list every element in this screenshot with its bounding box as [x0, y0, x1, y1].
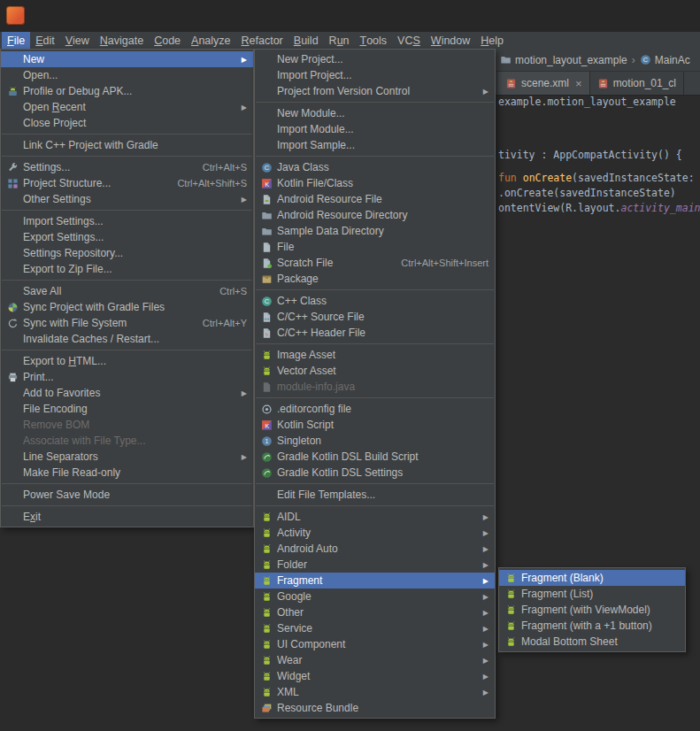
menubar-item-view[interactable]: View: [60, 32, 95, 49]
menu-item-file[interactable]: File: [255, 239, 495, 255]
menu-item-xml[interactable]: XML▶: [255, 684, 495, 700]
menu-item-new[interactable]: New▶: [1, 51, 253, 67]
code-line-2[interactable]: tivity : AppCompatActivity() {: [498, 149, 682, 161]
menu-item-fragment-blank[interactable]: Fragment (Blank): [499, 570, 685, 586]
menubar-item-build[interactable]: Build: [288, 32, 324, 49]
menu-item-file-encoding[interactable]: File Encoding: [1, 401, 253, 417]
menu-item-android-resource-directory[interactable]: Android Resource Directory: [255, 207, 495, 223]
menu-item-wear[interactable]: Wear▶: [255, 652, 495, 668]
menu-item-open[interactable]: Open...: [1, 67, 253, 83]
menu-item-export-settings[interactable]: Export Settings...: [1, 229, 253, 245]
menu-item-import-settings[interactable]: Import Settings...: [1, 213, 253, 229]
code-line-3[interactable]: fun onCreate(savedInstanceState:: [498, 172, 695, 184]
menu-item-power-save-mode[interactable]: Power Save Mode: [1, 487, 253, 503]
menubar-item-refactor[interactable]: Refactor: [236, 32, 288, 49]
menu-item-exit[interactable]: Exit: [1, 509, 253, 525]
menu-item-label: module-info.java: [277, 381, 488, 393]
menu-item-settings-repository[interactable]: Settings Repository...: [1, 245, 253, 261]
menu-item-c-c-source-file[interactable]: ++C/C++ Source File: [255, 309, 495, 325]
menu-item-import-sample[interactable]: Import Sample...: [255, 137, 495, 153]
tab-motion-01-cl[interactable]: motion_01_cl: [590, 72, 684, 95]
menubar-item-help[interactable]: Help: [475, 32, 509, 49]
menu-item-c-c-header-file[interactable]: hC/C++ Header File: [255, 325, 495, 341]
menu-item-service[interactable]: Service▶: [255, 620, 495, 636]
menu-item-editorconfig-file[interactable]: .editorconfig file: [255, 401, 495, 417]
menu-item-fragment[interactable]: Fragment▶: [255, 573, 495, 589]
menu-item-other-settings[interactable]: Other Settings▶: [1, 191, 253, 207]
menu-item-scratch-file[interactable]: Scratch FileCtrl+Alt+Shift+Insert: [255, 255, 495, 271]
menubar-item-window[interactable]: Window: [426, 32, 475, 49]
menu-item-line-separators[interactable]: Line Separators▶: [1, 449, 253, 465]
menu-item-make-file-read-only[interactable]: Make File Read-only: [1, 465, 253, 481]
code-line-4[interactable]: .onCreate(savedInstanceState): [498, 187, 676, 199]
menu-item-folder[interactable]: Folder▶: [255, 557, 495, 573]
breadcrumb-item-mainac[interactable]: CMainAc: [640, 54, 690, 66]
tab-scene-xml[interactable]: scene.xml×: [498, 72, 590, 95]
menu-item-settings[interactable]: Settings...Ctrl+Alt+S: [1, 159, 253, 175]
breadcrumb-item-motion-layout-example[interactable]: motion_layout_example: [500, 54, 627, 66]
menu-item-new-project[interactable]: New Project...: [255, 51, 495, 67]
menu-item-widget[interactable]: Widget▶: [255, 668, 495, 684]
menu-item-project-structure[interactable]: Project Structure...Ctrl+Alt+Shift+S: [1, 175, 253, 191]
menubar-item-code[interactable]: Code: [149, 32, 186, 49]
menu-item-sample-data-directory[interactable]: Sample Data Directory: [255, 223, 495, 239]
menu-item-activity[interactable]: Activity▶: [255, 525, 495, 541]
menu-item-save-all[interactable]: Save AllCtrl+S: [1, 283, 253, 299]
code-line-1[interactable]: example.motion_layout_example: [498, 96, 676, 108]
menu-item-edit-file-templates[interactable]: Edit File Templates...: [255, 487, 495, 503]
menu-item-import-module[interactable]: Import Module...: [255, 121, 495, 137]
menubar-item-analyze[interactable]: Analyze: [186, 32, 235, 49]
menu-item-link-c-project-with-gradle[interactable]: Link C++ Project with Gradle: [1, 137, 253, 153]
menu-item-other[interactable]: Other▶: [255, 604, 495, 620]
menubar-item-edit[interactable]: Edit: [30, 32, 60, 49]
menu-item-new-module[interactable]: New Module...: [255, 105, 495, 121]
menubar-item-file[interactable]: File: [2, 32, 30, 49]
menu-item-package[interactable]: Package: [255, 271, 495, 287]
printer-icon: [5, 371, 19, 383]
menubar-item-navigate[interactable]: Navigate: [95, 32, 149, 49]
menu-item-open-recent[interactable]: Open Recent▶: [1, 99, 253, 115]
menu-item-resource-bundle[interactable]: Resource Bundle: [255, 700, 495, 716]
menu-item-label: AIDL: [277, 511, 477, 523]
menu-item-export-to-html[interactable]: Export to HTML...: [1, 353, 253, 369]
menu-item-modal-bottom-sheet[interactable]: Modal Bottom Sheet: [499, 634, 685, 650]
menubar-item-tools[interactable]: Tools: [355, 32, 393, 49]
menu-item-print[interactable]: Print...: [1, 369, 253, 385]
menu-item-project-from-version-control[interactable]: Project from Version Control▶: [255, 83, 495, 99]
menu-item-export-to-zip-file[interactable]: Export to Zip File...: [1, 261, 253, 277]
menu-item-profile-or-debug-apk[interactable]: Profile or Debug APK...: [1, 83, 253, 99]
menu-item-google[interactable]: Google▶: [255, 589, 495, 604]
menu-item-sync-project-with-gradle-files[interactable]: Sync Project with Gradle Files: [1, 299, 253, 315]
menu-item-invalidate-caches-restart[interactable]: Invalidate Caches / Restart...: [1, 331, 253, 347]
svg-text:C: C: [643, 56, 649, 64]
menu-item-label: C++ Class: [277, 295, 488, 307]
scratch-file-icon: [259, 257, 273, 269]
menu-item-android-auto[interactable]: Android Auto▶: [255, 541, 495, 557]
menu-item-import-project[interactable]: Import Project...: [255, 67, 495, 83]
tab-close-icon[interactable]: ×: [575, 78, 582, 89]
menubar-item-vcs[interactable]: VCS: [392, 32, 426, 49]
code-line-5[interactable]: ontentView(R.layout.activity_main): [498, 202, 700, 214]
menu-item-sync-with-file-system[interactable]: Sync with File SystemCtrl+Alt+Y: [1, 315, 253, 331]
menu-item-kotlin-file-class[interactable]: KKotlin File/Class: [255, 175, 495, 191]
menu-item-image-asset[interactable]: Image Asset: [255, 347, 495, 363]
menu-item-kotlin-script[interactable]: KKotlin Script: [255, 417, 495, 433]
menu-item-gradle-kotlin-dsl-build-script[interactable]: Gradle Kotlin DSL Build Script: [255, 449, 495, 465]
menu-item-close-project[interactable]: Close Project: [1, 115, 253, 131]
menu-item-singleton[interactable]: 1Singleton: [255, 433, 495, 449]
menu-item-java-class[interactable]: CJava Class: [255, 159, 495, 175]
menu-item-gradle-kotlin-dsl-settings[interactable]: Gradle Kotlin DSL Settings: [255, 465, 495, 481]
menu-item-aidl[interactable]: AIDL▶: [255, 509, 495, 525]
android-icon: [259, 542, 273, 555]
menu-item-vector-asset[interactable]: Vector Asset: [255, 363, 495, 379]
menu-item-fragment-with-viewmodel[interactable]: Fragment (with ViewModel): [499, 602, 685, 618]
menu-item-c-class[interactable]: CC++ Class: [255, 293, 495, 309]
menu-separator: [256, 156, 494, 157]
app-icon[interactable]: [6, 6, 25, 25]
menubar-item-run[interactable]: Run: [324, 32, 355, 49]
menu-item-android-resource-file[interactable]: Android Resource File: [255, 191, 495, 207]
menu-item-add-to-favorites[interactable]: Add to Favorites▶: [1, 385, 253, 401]
menu-item-fragment-with-a-1-button[interactable]: Fragment (with a +1 button): [499, 618, 685, 634]
menu-item-ui-component[interactable]: UI Component▶: [255, 636, 495, 652]
menu-item-fragment-list[interactable]: Fragment (List): [499, 586, 685, 602]
